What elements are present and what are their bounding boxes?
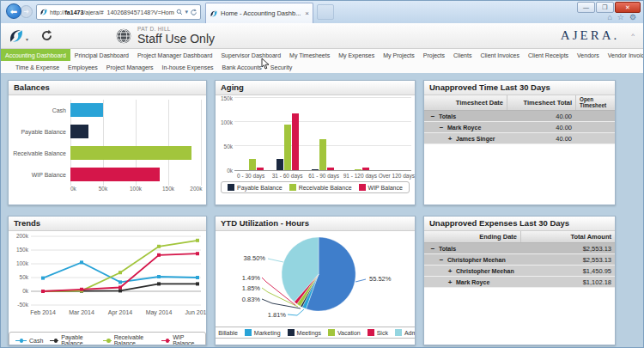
- svg-text:Mar 2014: Mar 2014: [69, 309, 94, 315]
- address-bar[interactable]: http://fa1473/ajera/#_1402689457148?V=Ho…: [36, 4, 201, 20]
- page-title: Staff Use Only: [137, 32, 215, 46]
- collapse-icon[interactable]: −: [438, 256, 445, 264]
- ajera-logo-icon[interactable]: [8, 27, 25, 45]
- nav-row-2: Time & ExpenseEmployeesProject ManagersI…: [1, 61, 643, 74]
- browser-forward-button[interactable]: ➜: [20, 5, 33, 18]
- nav-item-employees[interactable]: Employees: [64, 61, 102, 74]
- nav-item-supervisor-dashboard[interactable]: Supervisor Dashboard: [216, 49, 285, 61]
- nav-item-client-invoices[interactable]: Client Invoices: [476, 49, 524, 61]
- column-header-total-amount[interactable]: Total Amount: [520, 231, 615, 242]
- x-tick: 150k: [162, 186, 174, 192]
- nav-item-project-managers[interactable]: Project Managers: [102, 61, 158, 74]
- tab-favicon: [210, 9, 218, 18]
- nav-item-time-expense[interactable]: Time & Expense: [11, 61, 64, 74]
- nav-item-principal-dashboard[interactable]: Principal Dashboard: [70, 49, 133, 61]
- back-arrow-icon: ⬅: [10, 7, 17, 16]
- nav-item-in-house-expenses[interactable]: In-house Expenses: [158, 61, 218, 74]
- nav-item-clients[interactable]: Clients: [449, 49, 476, 61]
- nav-item-my-expenses[interactable]: My Expenses: [334, 49, 379, 61]
- category-label: WIP Balance: [9, 172, 70, 178]
- browser-back-button[interactable]: ⬅: [6, 3, 21, 19]
- column-header-timesheet-date[interactable]: Timesheet Date: [424, 95, 507, 110]
- bar-wip-balance: [362, 168, 369, 170]
- url-text: http://fa1473/ajera/#_1402689457148?V=Ho…: [50, 9, 174, 15]
- bar-wip-balance: [327, 168, 334, 170]
- collapse-header-icon[interactable]: ^: [631, 32, 635, 40]
- svg-text:Apr 2014: Apr 2014: [108, 309, 133, 316]
- table-row-mark-royce[interactable]: −Mark Royce40.00: [424, 122, 615, 133]
- nav-item-my-projects[interactable]: My Projects: [379, 49, 419, 61]
- close-icon: ✕: [625, 4, 630, 11]
- legend-item-sick: Sick: [368, 329, 388, 336]
- column-header-timesheet-total[interactable]: Timesheet Total: [507, 95, 575, 110]
- nav-item-bank-accounts[interactable]: Bank Accounts: [218, 61, 266, 74]
- row-value: $2,553.13: [520, 245, 615, 253]
- window-close-button[interactable]: ✕: [615, 2, 641, 13]
- row-label: Christopher Meehan: [456, 268, 514, 274]
- row-value: $2,553.13: [520, 256, 615, 264]
- window-minimize-button[interactable]: —: [577, 2, 595, 13]
- collapse-icon[interactable]: −: [429, 245, 436, 253]
- panel-trends-title: Trends: [9, 217, 206, 231]
- table-row-mark-royce[interactable]: +Mark Royce$1,102.18: [424, 277, 615, 288]
- row-value: $1,450.95: [520, 267, 615, 275]
- refresh-page-icon[interactable]: [190, 9, 197, 16]
- aging-group-61-90-days: [312, 139, 334, 170]
- expand-icon[interactable]: +: [447, 267, 453, 275]
- column-header-ending-date[interactable]: Ending Date: [424, 231, 520, 242]
- nav-item-security[interactable]: Security: [266, 61, 296, 74]
- nav-item-vendor-invoices[interactable]: Vendor Invoices: [604, 49, 644, 61]
- column-header-open-timesheet[interactable]: Open Timesheet: [575, 95, 615, 110]
- category-label: Cash: [9, 107, 70, 113]
- settings-gear-icon[interactable]: ⚙: [629, 13, 636, 21]
- search-icon[interactable]: [176, 9, 183, 15]
- collapse-icon[interactable]: −: [429, 113, 436, 120]
- main-navigation: Accounting DashboardPrincipal DashboardP…: [1, 49, 643, 74]
- nav-item-vendors[interactable]: Vendors: [573, 49, 604, 61]
- table-row-christopher-meehan[interactable]: −Christopher Meehan$2,553.13: [424, 254, 615, 266]
- legend-item-wip-balance: WIP Balance: [359, 184, 403, 191]
- x-tick: 50k: [99, 186, 107, 192]
- app-toolbar: ▾ PAT D. HILL Staff Use Only AJERA. ^: [1, 23, 643, 49]
- new-tab-button[interactable]: [317, 4, 334, 20]
- collapse-icon[interactable]: −: [438, 124, 445, 131]
- panel-ytd-title: YTD Utilization - Hours: [216, 217, 415, 231]
- nav-item-my-timesheets[interactable]: My Timesheets: [285, 49, 334, 61]
- nav-item-client-receipts[interactable]: Client Receipts: [524, 49, 573, 61]
- row-value: 40.00: [507, 135, 575, 143]
- svg-text:55.52%: 55.52%: [369, 275, 392, 283]
- panel-ytd-utilization: YTD Utilization - Hours 55.52%1.81%0.83%…: [215, 216, 416, 345]
- x-category-label: 61 - 90 days: [306, 171, 342, 179]
- svg-text:1.85%: 1.85%: [242, 284, 261, 292]
- table-row-totals[interactable]: −Totals40.00: [424, 111, 615, 122]
- row-label: Christopher Meehan: [447, 257, 506, 263]
- logo-menu-caret-icon[interactable]: ▾: [26, 36, 28, 42]
- aging-group-91-120-days: [347, 168, 369, 170]
- nav-item-project-manager-dashboard[interactable]: Project Manager Dashboard: [133, 49, 217, 61]
- table-row-james-singer[interactable]: +James Singer40.00: [424, 133, 615, 144]
- tab-close-icon[interactable]: ×: [305, 9, 309, 17]
- legend-item-wip-balance: WIP Balance: [161, 334, 199, 345]
- dashboard-content: Balances CashPayable BalanceReceivable B…: [1, 73, 643, 347]
- home-icon[interactable]: ⌂: [607, 13, 611, 21]
- nav-item-accounting-dashboard[interactable]: Accounting Dashboard: [1, 49, 70, 61]
- unapproved-expenses-table: Ending DateTotal Amount−Totals$2,553.13−…: [424, 231, 615, 345]
- favorites-star-icon[interactable]: ☆: [617, 13, 624, 21]
- table-row-totals[interactable]: −Totals$2,553.13: [424, 243, 615, 254]
- window-maximize-button[interactable]: ❒: [596, 2, 614, 13]
- chart-legend: BillableMarketingMeetingsVacationSickAdm…: [216, 327, 415, 339]
- refresh-dashboard-icon[interactable]: [40, 29, 53, 42]
- bar-receivable-balance: [284, 125, 291, 170]
- y-tick: 150k: [221, 95, 233, 101]
- legend-item-payable-balance: Payable Balance: [228, 184, 283, 191]
- table-row-christopher-meehan[interactable]: +Christopher Meehan$1,450.95: [424, 266, 615, 277]
- browser-tab[interactable]: Home - Accounting Dashb... ×: [205, 3, 313, 23]
- trends-line-plot: -50k0k50k100k150k200kFeb 2014Mar 2014Apr…: [9, 231, 206, 326]
- bar-receivable-balance: [355, 169, 361, 170]
- expand-icon[interactable]: +: [447, 278, 453, 286]
- y-tick: 100k: [221, 119, 233, 125]
- nav-item-projects[interactable]: Projects: [419, 49, 449, 61]
- x-category-label: Over 120 days: [379, 171, 415, 179]
- url-dropdown-icon[interactable]: ▾: [185, 9, 188, 15]
- expand-icon[interactable]: +: [447, 135, 453, 143]
